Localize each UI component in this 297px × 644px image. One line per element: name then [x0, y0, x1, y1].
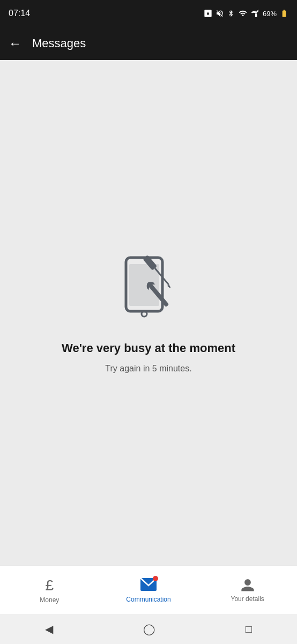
nfc-icon [204, 9, 212, 18]
signal-icon [251, 9, 259, 18]
bluetooth-icon [227, 9, 235, 18]
money-icon: £ [46, 577, 54, 594]
app-bar-title: Messages [32, 36, 86, 50]
mute-icon [216, 9, 224, 18]
nav-label-communication: Communication [126, 596, 170, 603]
status-time: 07:14 [9, 9, 30, 18]
battery-icon [280, 9, 288, 18]
busy-illustration [111, 252, 186, 324]
your-details-icon [240, 578, 255, 593]
svg-marker-5 [167, 284, 171, 288]
nav-item-money[interactable]: £ Money [0, 577, 99, 604]
nav-label-money: Money [40, 596, 59, 604]
bottom-nav: £ Money Communication Your details [0, 566, 297, 614]
wifi-icon [238, 9, 248, 18]
status-bar: 07:14 69% [0, 0, 297, 27]
nav-item-communication[interactable]: Communication [99, 577, 198, 603]
busy-heading: We're very busy at the moment [62, 341, 235, 355]
back-button[interactable]: ← [9, 36, 21, 51]
main-content: We're very busy at the moment Try again … [0, 60, 297, 566]
svg-rect-1 [129, 264, 159, 306]
busy-subtext: Try again in 5 minutes. [105, 364, 191, 374]
battery-level: 69% [263, 10, 277, 18]
system-back-button[interactable]: ◀ [45, 623, 53, 635]
notification-badge [153, 576, 158, 581]
svg-point-2 [142, 311, 147, 317]
status-icons: 69% [204, 9, 288, 18]
nav-label-your-details: Your details [231, 595, 264, 603]
nav-item-your-details[interactable]: Your details [198, 578, 297, 603]
app-bar: ← Messages [0, 27, 297, 60]
system-nav: ◀ ◯ □ [0, 614, 297, 644]
system-home-button[interactable]: ◯ [143, 623, 155, 635]
system-recents-button[interactable]: □ [246, 623, 252, 635]
